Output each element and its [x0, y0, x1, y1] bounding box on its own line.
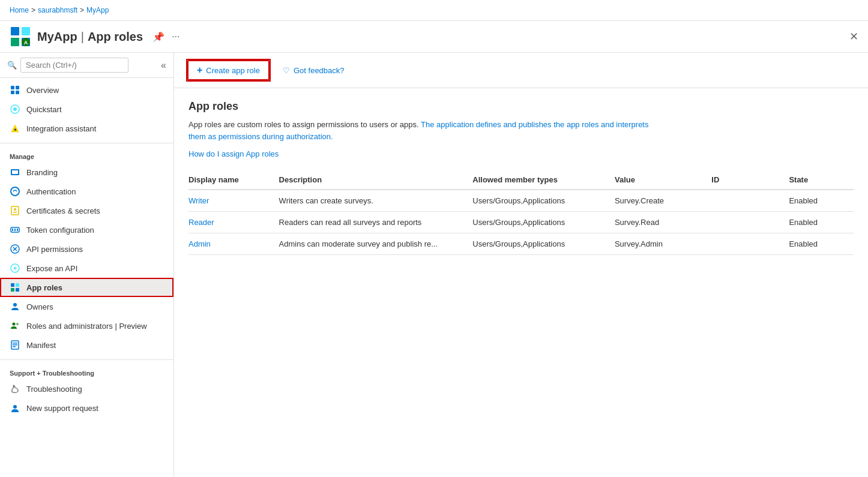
role-writer-id — [711, 190, 789, 212]
manage-label: Manage — [0, 148, 173, 163]
svg-rect-35 — [13, 344, 17, 346]
col-header-name: Display name — [188, 170, 279, 190]
support-label: Support + Troubleshooting — [0, 365, 173, 379]
more-options-icon[interactable]: ··· — [172, 31, 179, 42]
svg-rect-0 — [11, 27, 19, 35]
search-icon: 🔍 — [7, 61, 17, 70]
breadcrumb-user[interactable]: saurabhmsft — [38, 6, 77, 14]
sidebar-item-label: Owners — [26, 302, 53, 311]
svg-rect-2 — [11, 38, 19, 46]
close-button[interactable]: ✕ — [849, 30, 858, 43]
svg-rect-28 — [11, 288, 14, 292]
sidebar-item-label: Expose an API — [26, 264, 77, 273]
heart-icon: ♡ — [283, 66, 290, 75]
svg-rect-29 — [16, 288, 19, 292]
sidebar-item-branding[interactable]: Branding — [0, 163, 173, 182]
sidebar-item-app-roles[interactable]: App roles — [0, 278, 173, 297]
col-header-state: State — [789, 170, 854, 190]
svg-text:A: A — [24, 40, 28, 46]
page-title: MyApp|App roles — [37, 30, 143, 44]
role-reader-link[interactable]: Reader — [188, 218, 214, 227]
token-icon — [10, 224, 20, 235]
search-input[interactable] — [20, 58, 128, 73]
role-admin-state: Enabled — [789, 233, 854, 255]
role-reader-member: Users/Groups,Applications — [472, 212, 615, 233]
sidebar-item-troubleshooting[interactable]: Troubleshooting — [0, 379, 173, 398]
svg-rect-23 — [17, 229, 18, 231]
nav-section-main: Overview Quickstart ✦ Integration assist… — [0, 78, 173, 140]
app-icon: A — [10, 26, 31, 47]
create-btn-highlight: + Create app role — [186, 59, 271, 82]
svg-point-31 — [13, 323, 16, 326]
pin-icon[interactable]: 📌 — [152, 31, 164, 43]
manifest-icon — [10, 340, 20, 350]
sidebar-item-label: API permissions — [26, 245, 83, 254]
help-link[interactable]: How do I assign App roles — [188, 149, 279, 158]
role-writer-link[interactable]: Writer — [188, 196, 209, 205]
sidebar-item-integration[interactable]: ✦ Integration assistant — [0, 119, 173, 138]
role-reader-value: Survey.Read — [615, 212, 711, 233]
page-description: App roles are custom roles to assign per… — [188, 119, 657, 142]
role-reader-id — [711, 212, 789, 233]
support-icon — [10, 403, 20, 413]
sidebar-item-label: Troubleshooting — [26, 385, 82, 394]
sidebar-item-label: Quickstart — [26, 105, 62, 114]
sidebar: 🔍 « Overview Quickstart ✦ — [0, 53, 174, 477]
svg-rect-1 — [22, 27, 30, 35]
role-writer-member: Users/Groups,Applications — [472, 190, 615, 212]
svg-rect-15 — [12, 170, 18, 174]
sidebar-item-certificates[interactable]: Certificates & secrets — [0, 201, 173, 220]
sidebar-item-roles-admin[interactable]: Roles and administrators | Preview — [0, 316, 173, 335]
svg-point-30 — [13, 303, 17, 307]
authentication-icon — [10, 186, 20, 197]
sidebar-item-label: Branding — [26, 168, 58, 177]
sidebar-item-manifest[interactable]: Manifest — [0, 335, 173, 355]
nav-section-support: Support + Troubleshooting Troubleshootin… — [0, 362, 173, 420]
create-app-role-button[interactable]: + Create app role — [187, 60, 270, 80]
svg-point-16 — [11, 187, 19, 196]
svg-rect-26 — [11, 283, 14, 287]
svg-rect-21 — [12, 229, 13, 231]
sidebar-item-api-permissions[interactable]: API permissions — [0, 239, 173, 259]
sidebar-item-label: Overview — [26, 86, 59, 95]
role-admin-link[interactable]: Admin — [188, 239, 211, 248]
sidebar-item-overview[interactable]: Overview — [0, 80, 173, 100]
nav-section-manage: Manage Branding Authentication Certifica… — [0, 146, 173, 357]
content-title: App roles — [188, 100, 854, 113]
role-admin-id — [711, 233, 789, 255]
role-reader-desc: Readers can read all surveys and reports — [279, 212, 473, 233]
table-row: Admin Admins can moderate survey and pub… — [188, 233, 854, 255]
integration-icon: ✦ — [10, 123, 20, 134]
breadcrumb-app[interactable]: MyApp — [86, 6, 109, 14]
role-writer-state: Enabled — [789, 190, 854, 212]
api-icon — [10, 244, 20, 254]
sidebar-item-owners[interactable]: Owners — [0, 297, 173, 316]
sidebar-item-new-support[interactable]: New support request — [0, 398, 173, 418]
breadcrumb-home[interactable]: Home — [10, 6, 29, 14]
role-reader-state: Enabled — [789, 212, 854, 233]
sidebar-item-label: Authentication — [26, 187, 76, 196]
sidebar-item-expose-api[interactable]: Expose an API — [0, 259, 173, 278]
breadcrumb: Home > saurabhmsft > MyApp — [10, 6, 109, 14]
svg-rect-34 — [13, 343, 17, 344]
feedback-button[interactable]: ♡ Got feedback? — [283, 66, 345, 75]
sidebar-item-authentication[interactable]: Authentication — [0, 182, 173, 201]
table-row: Reader Readers can read all surveys and … — [188, 212, 854, 233]
svg-point-37 — [13, 405, 17, 409]
sidebar-item-token-config[interactable]: Token configuration — [0, 220, 173, 239]
svg-rect-7 — [16, 86, 19, 89]
sidebar-item-label: New support request — [26, 404, 98, 413]
sidebar-item-label: Certificates & secrets — [26, 206, 100, 215]
page-content: App roles App roles are custom roles to … — [174, 88, 868, 267]
svg-point-18 — [14, 208, 16, 211]
svg-rect-6 — [11, 86, 14, 89]
svg-rect-27 — [16, 283, 19, 287]
quickstart-icon — [10, 104, 20, 115]
toolbar: + Create app role ♡ Got feedback? — [174, 53, 868, 88]
approles-icon — [10, 282, 20, 293]
sidebar-item-label: Roles and administrators | Preview — [26, 322, 147, 331]
collapse-sidebar-button[interactable]: « — [161, 60, 166, 71]
svg-rect-19 — [13, 212, 17, 213]
sidebar-item-quickstart[interactable]: Quickstart — [0, 100, 173, 119]
col-header-desc: Description — [279, 170, 473, 190]
